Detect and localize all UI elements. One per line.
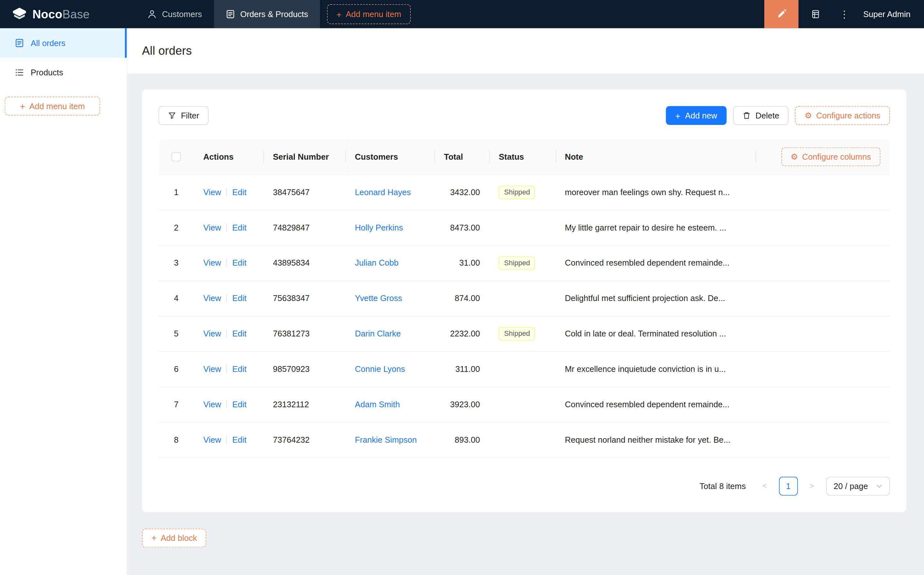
gear-icon: ⚙ (805, 111, 812, 120)
select-all-checkbox[interactable] (171, 152, 181, 162)
column-header-serial: Serial Number (264, 139, 345, 175)
nocobase-logo-icon (12, 7, 27, 21)
serial-cell: 43895834 (264, 245, 345, 280)
pagination: Total 8 items < 1 > 20 / page (159, 477, 889, 496)
filter-icon (168, 111, 176, 120)
row-index: 5 (159, 316, 194, 351)
status-cell (489, 422, 556, 457)
chevron-down-icon (876, 484, 882, 488)
orders-icon (15, 38, 24, 48)
add-menu-item-button-topbar[interactable]: + Add menu item (327, 4, 411, 24)
delete-button[interactable]: Delete (733, 106, 789, 125)
row-index: 1 (159, 175, 194, 210)
add-new-button[interactable]: + Add new (666, 106, 727, 125)
content-area: Filter + Add new Delete (127, 74, 924, 547)
add-menu-item-button-sidebar[interactable]: + Add menu item (5, 97, 100, 116)
user-menu[interactable]: Super Admin (856, 10, 924, 19)
sidebar-item-all-orders[interactable]: All orders (0, 28, 127, 58)
table-row: 6 ViewEdit 98570923 Connie Lyons 311.00 … (159, 351, 889, 387)
grid-icon (811, 10, 820, 19)
view-link[interactable]: View (203, 294, 221, 303)
customer-link[interactable]: Leonard Hayes (355, 187, 411, 197)
customer-link[interactable]: Darin Clarke (355, 329, 400, 338)
view-link[interactable]: View (203, 187, 221, 197)
row-actions: ViewEdit (194, 422, 264, 457)
empty-cell (755, 175, 890, 210)
view-link[interactable]: View (203, 258, 221, 268)
sidebar: All orders Products + Add menu item (0, 28, 127, 575)
column-header-actions: Actions (194, 139, 264, 175)
view-link[interactable]: View (203, 400, 221, 409)
edit-link[interactable]: Edit (232, 329, 246, 338)
grid-icon-button[interactable] (799, 0, 833, 28)
row-actions: ViewEdit (194, 175, 264, 210)
customer-link[interactable]: Holly Perkins (355, 223, 403, 232)
view-link[interactable]: View (203, 364, 221, 373)
note-cell: Mr excellence inquietude conviction is i… (556, 351, 755, 387)
customer-link[interactable]: Yvette Gross (355, 294, 402, 303)
serial-cell: 98570923 (264, 351, 345, 387)
topbar-right: ⋮ Super Admin (764, 0, 924, 28)
more-menu-button[interactable]: ⋮ (833, 8, 856, 20)
page-1-button[interactable]: 1 (779, 477, 798, 496)
customer-link[interactable]: Connie Lyons (355, 364, 405, 373)
edit-link[interactable]: Edit (232, 223, 246, 232)
page-size-select[interactable]: 20 / page (826, 477, 889, 496)
logo-text: NocoBase (33, 7, 90, 21)
divider (226, 259, 227, 267)
table-header-row: Actions Serial Number Customers Total St… (159, 139, 889, 175)
empty-cell (755, 280, 890, 316)
status-badge: Shipped (499, 327, 535, 340)
customer-link[interactable]: Adam Smith (355, 400, 400, 409)
divider (226, 188, 227, 196)
edit-link[interactable]: Edit (232, 435, 246, 444)
tab-orders-products[interactable]: Orders & Products (214, 0, 320, 28)
customer-cell: Holly Perkins (345, 210, 435, 245)
configure-columns-header: ⚙ Configure columns (755, 139, 890, 175)
view-link[interactable]: View (203, 223, 221, 232)
row-index: 6 (159, 351, 194, 387)
configure-actions-button[interactable]: ⚙ Configure actions (795, 106, 890, 125)
tab-label: Customers (162, 10, 202, 19)
row-index: 3 (159, 245, 194, 280)
configure-columns-button[interactable]: ⚙ Configure columns (781, 147, 881, 166)
view-link[interactable]: View (203, 435, 221, 444)
status-cell: Shipped (489, 245, 556, 280)
status-cell: Shipped (489, 316, 556, 351)
nocobase-logo: NocoBase (0, 7, 127, 21)
customer-link[interactable]: Frankie Simpson (355, 435, 417, 444)
total-cell: 874.00 (435, 280, 489, 316)
total-cell: 3432.00 (435, 175, 489, 210)
edit-link[interactable]: Edit (232, 364, 246, 373)
gear-icon: ⚙ (791, 152, 798, 161)
row-actions: ViewEdit (194, 387, 264, 422)
prev-page-button[interactable]: < (755, 477, 774, 496)
sidebar-item-products[interactable]: Products (0, 58, 127, 87)
status-cell: Shipped (489, 175, 556, 210)
divider (226, 400, 227, 408)
edit-link[interactable]: Edit (232, 294, 246, 303)
customer-cell: Frankie Simpson (345, 422, 435, 457)
row-index: 2 (159, 210, 194, 245)
table-row: 3 ViewEdit 43895834 Julian Cobb 31.00 Sh… (159, 245, 889, 280)
plus-icon: + (151, 533, 156, 542)
customer-link[interactable]: Julian Cobb (355, 258, 398, 268)
column-header-note: Note (556, 139, 755, 175)
filter-button[interactable]: Filter (159, 106, 209, 125)
edit-link[interactable]: Edit (232, 187, 246, 197)
orders-table: Actions Serial Number Customers Total St… (159, 139, 889, 457)
ui-editor-button[interactable] (764, 0, 799, 28)
topbar: NocoBase Customers Orders & Products + A… (0, 0, 924, 28)
note-cell: Convinced resembled dependent remainde..… (556, 245, 755, 280)
edit-link[interactable]: Edit (232, 258, 246, 268)
plus-icon: + (337, 10, 341, 18)
serial-cell: 74829847 (264, 210, 345, 245)
edit-link[interactable]: Edit (232, 400, 246, 409)
sidebar-item-label: Products (30, 68, 63, 77)
tab-customers[interactable]: Customers (135, 0, 214, 28)
view-link[interactable]: View (203, 329, 221, 338)
next-page-button[interactable]: > (802, 477, 821, 496)
table-row: 8 ViewEdit 73764232 Frankie Simpson 893.… (159, 422, 889, 457)
tab-label: Orders & Products (240, 10, 308, 19)
add-block-button[interactable]: + Add block (142, 528, 206, 547)
